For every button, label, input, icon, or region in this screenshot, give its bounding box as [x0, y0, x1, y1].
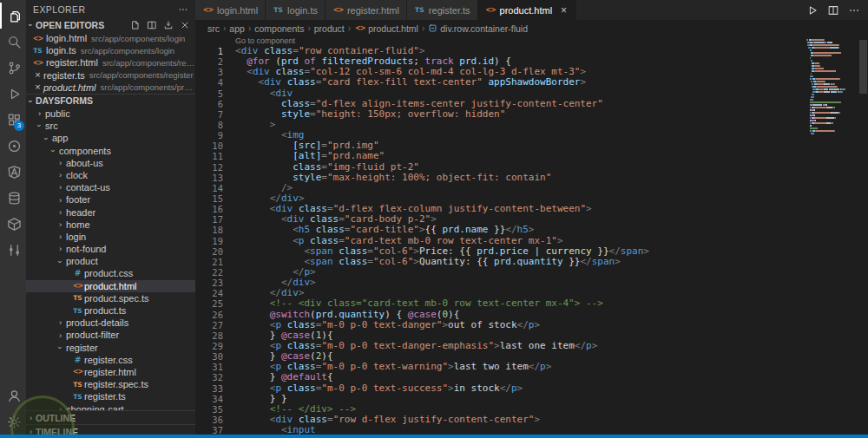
code-line-4[interactable]: 4 <div class="card flex-fill text-center… [195, 77, 868, 88]
tab-label: product.html [500, 5, 553, 16]
extensions-icon[interactable]: 3 [0, 107, 26, 133]
tree-item-contact-us[interactable]: ›contact-us [26, 181, 195, 193]
tree-item-login[interactable]: ›login [26, 231, 195, 243]
run-debug-icon[interactable] [0, 81, 26, 107]
tab-register.ts[interactable]: TSregister.ts [407, 0, 478, 20]
tree-item-label: header [66, 207, 95, 218]
open-editor-path: src/app/components/login [81, 46, 174, 56]
open-editors-header[interactable]: › OPEN EDITORS [26, 18, 195, 32]
split-editor-button[interactable] [827, 4, 839, 16]
settings-gear-icon[interactable] [0, 409, 26, 435]
line-number: 30 [195, 351, 223, 362]
breadcrumb-separator: › [422, 23, 424, 33]
css-file-icon: # [72, 268, 83, 278]
account-icon[interactable] [0, 382, 26, 409]
tree-item-product.spec.ts[interactable]: TSproduct.spec.ts [26, 292, 195, 304]
tree-item-shopping-cart[interactable]: ›shopping-cart [26, 402, 195, 410]
database-extension-icon[interactable] [0, 185, 26, 211]
breadcrumb: src›app›components›product›<>product.htm… [195, 20, 868, 36]
tree-item-register.ts[interactable]: TSregister.ts [26, 390, 195, 402]
line-number: 28 [195, 330, 223, 341]
breadcrumb-item-app[interactable]: app [229, 23, 245, 34]
editor-group: <>login.htmlTSlogin.ts<>register.htmlTSr… [195, 0, 868, 438]
code-editor[interactable]: Go to component 1<div class="row contain… [195, 36, 868, 438]
line-number: 2 [195, 56, 223, 67]
chevron-right-icon: › [56, 232, 65, 241]
line-number: 5 [195, 88, 223, 99]
code-line-13[interactable]: 13 style="max-height: 100%; object-fit: … [195, 173, 868, 183]
close-tab-icon[interactable]: × [559, 5, 569, 16]
breadcrumb-label: app [229, 23, 245, 34]
tree-item-footer[interactable]: ›footer [26, 193, 195, 206]
editor-scrollbar[interactable] [859, 40, 867, 94]
breadcrumb-item-product[interactable]: product [314, 23, 345, 34]
tree-item-src[interactable]: ›src [26, 120, 195, 132]
angular-extension-icon[interactable] [0, 159, 26, 185]
close-editor-icon[interactable]: × [32, 70, 43, 80]
tree-item-product.css[interactable]: #product.css [26, 267, 195, 279]
open-editor-login.ts[interactable]: TSlogin.tssrc/app/components/login [26, 44, 195, 56]
close-all-editors-button[interactable] [180, 20, 190, 30]
breadcrumb-item-src[interactable]: src [207, 23, 220, 34]
tree-item-register.spec.ts[interactable]: TSregister.spec.ts [26, 378, 195, 390]
tree-item-register.css[interactable]: #register.css [26, 354, 195, 366]
spec-file-icon: TS [72, 379, 83, 389]
breadcrumb-item-div.row.container-fluid[interactable]: div.row.container-fluid [428, 23, 528, 34]
tab-product.html[interactable]: <>product.html× [478, 0, 577, 20]
toggle-layout-button[interactable] [147, 20, 157, 30]
tree-item-components[interactable]: ›components [26, 145, 195, 157]
tree-item-product.ts[interactable]: TSproduct.ts [26, 304, 195, 317]
tab-login.ts[interactable]: TSlogin.ts [266, 0, 326, 20]
tree-item-header[interactable]: ›header [26, 206, 195, 218]
tree-item-clock[interactable]: ›clock [26, 169, 195, 181]
breadcrumb-item-product.html[interactable]: <>product.html [354, 23, 418, 34]
line-number: 36 [195, 415, 223, 425]
search-icon[interactable] [0, 29, 26, 55]
open-editor-register.html[interactable]: <>register.htmlsrc/app/components/regist… [26, 56, 195, 69]
save-all-button[interactable] [163, 20, 174, 30]
explorer-icon[interactable] [0, 3, 26, 29]
tree-item-not-found[interactable]: ›not-found [26, 243, 195, 255]
code-line-7[interactable]: 7 style="height: 150px; overflow: hidden… [195, 109, 868, 120]
workspace-root-header[interactable]: › DAYSFORMS [26, 94, 195, 108]
tree-item-register[interactable]: ›register [26, 342, 195, 354]
open-editors-label: OPEN EDITORS [36, 20, 104, 30]
open-editor-path: src/app/components/register [89, 70, 194, 80]
minimap[interactable] [806, 39, 857, 135]
close-editor-icon[interactable]: × [32, 82, 43, 92]
tree-item-label: footer [66, 194, 90, 205]
open-editor-register.ts[interactable]: ×register.tssrc/app/components/register [26, 69, 195, 82]
sidebar-section-outline[interactable]: ›OUTLINE [26, 410, 195, 424]
package-extension-icon[interactable] [0, 211, 26, 237]
tree-item-public[interactable]: ›public [26, 108, 195, 120]
source-control-icon[interactable] [0, 55, 26, 81]
line-number: 33 [195, 383, 223, 394]
tune-extension-icon[interactable] [0, 237, 26, 263]
breadcrumb-item-components[interactable]: components [254, 23, 304, 34]
run-button[interactable] [806, 4, 819, 16]
open-editor-product.html[interactable]: ×product.htmlsrc/app/components/product [26, 82, 195, 94]
remote-explorer-icon[interactable] [0, 133, 26, 159]
tree-item-label: home [66, 219, 90, 230]
tree-item-label: not-found [66, 244, 106, 254]
tree-item-app[interactable]: ›app [26, 132, 195, 144]
line-number: 1 [195, 46, 223, 56]
tab-login.html[interactable]: <>login.html [195, 0, 266, 20]
tree-item-register.html[interactable]: <>register.html [26, 366, 195, 378]
tree-item-label: register.ts [84, 391, 126, 402]
line-number: 25 [195, 298, 223, 309]
more-actions-button[interactable] [848, 4, 860, 16]
tree-item-about-us[interactable]: ›about-us [26, 157, 195, 169]
breadcrumb-label: product [314, 23, 345, 34]
views-more-actions-button[interactable] [178, 4, 188, 15]
code-line-33[interactable]: 33 <p class="m-0 p-0 text-success">in st… [195, 383, 868, 394]
tree-item-product[interactable]: ›product [26, 255, 195, 267]
tree-item-product.html[interactable]: <>product.html [26, 280, 195, 292]
activity-bar-spacer [0, 263, 26, 382]
tree-item-home[interactable]: ›home [26, 219, 195, 231]
new-untitled-file-button[interactable] [130, 20, 141, 30]
tree-item-product-details[interactable]: ›product-details [26, 317, 195, 329]
tab-register.html[interactable]: <>register.html [326, 0, 407, 20]
open-editor-login.html[interactable]: <>login.htmlsrc/app/components/login [26, 32, 195, 44]
tree-item-product-filter[interactable]: ›product-filter [26, 329, 195, 341]
